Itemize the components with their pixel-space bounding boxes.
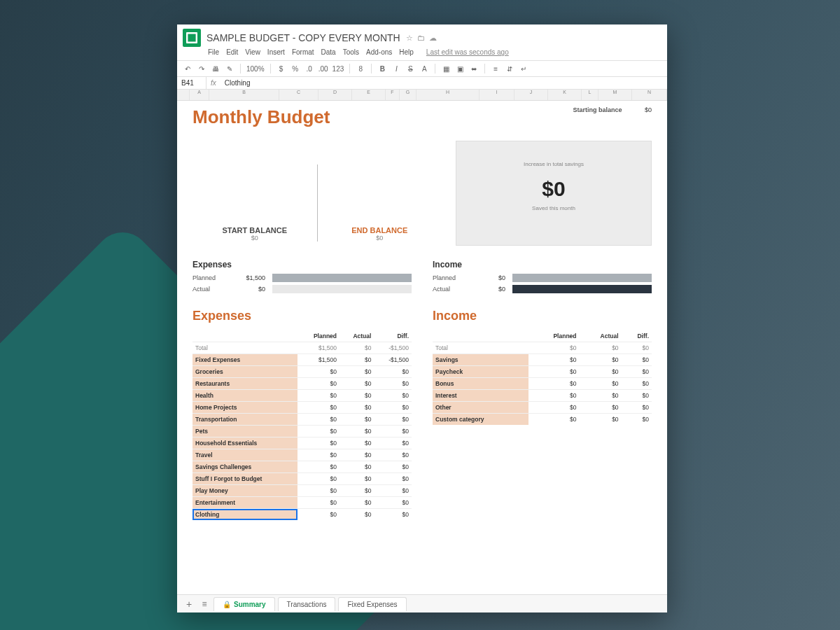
spreadsheet-grid[interactable]: A B C D E F G H I J K L M N Monthly Budg… xyxy=(177,90,667,594)
menu-file[interactable]: File xyxy=(208,48,219,56)
table-row[interactable]: Household Essentials$0$0$0 xyxy=(192,438,412,449)
table-row[interactable]: Savings Challenges$0$0$0 xyxy=(192,461,412,473)
inc-planned-value: $0 xyxy=(473,274,505,281)
paint-format-icon[interactable]: ✎ xyxy=(225,65,234,73)
formula-input[interactable]: Clothing xyxy=(220,77,255,89)
tab-transactions[interactable]: Transactions xyxy=(278,597,336,611)
dec-increase-icon[interactable]: .00 xyxy=(318,65,328,73)
exp-planned-label: Planned xyxy=(192,274,226,281)
last-edit-note[interactable]: Last edit was seconds ago xyxy=(426,48,509,56)
star-icon[interactable]: ☆ xyxy=(406,34,413,43)
inc-actual-bar xyxy=(512,285,652,293)
table-row[interactable]: Play Money$0$0$0 xyxy=(192,485,412,497)
toolbar: ↶ ↷ 🖶 ✎ 100% $ % .0 .00 123 8 B I S A ▦ … xyxy=(177,60,667,77)
table-row[interactable]: Stuff I Forgot to Budget$0$0$0 xyxy=(192,473,412,485)
lock-icon: 🔒 xyxy=(223,601,231,608)
undo-icon[interactable]: ↶ xyxy=(183,65,192,73)
zoom-select[interactable]: 100% xyxy=(246,65,265,73)
balance-summary: START BALANCE $0 END BALANCE $0 xyxy=(192,141,442,246)
menu-insert[interactable]: Insert xyxy=(267,48,285,56)
cloud-icon[interactable]: ☁ xyxy=(429,34,437,43)
inc-planned-label: Planned xyxy=(433,274,466,281)
menu-tools[interactable]: Tools xyxy=(343,48,359,56)
savings-top-label: Increase in total savings xyxy=(463,161,644,167)
formula-bar: B41 fx Clothing xyxy=(177,77,667,90)
expenses-table-heading: Expenses xyxy=(192,309,412,323)
table-row[interactable]: Groceries$0$0$0 xyxy=(192,366,412,378)
menu-view[interactable]: View xyxy=(245,48,260,56)
menu-data[interactable]: Data xyxy=(321,48,336,56)
redo-icon[interactable]: ↷ xyxy=(197,65,206,73)
menu-format[interactable]: Format xyxy=(292,48,314,56)
fx-icon: fx xyxy=(206,77,220,89)
valign-icon[interactable]: ⇵ xyxy=(505,65,514,73)
inc-planned-bar xyxy=(512,274,652,282)
num-format-icon[interactable]: 123 xyxy=(332,65,344,73)
expenses-bars: Expenses Planned $1,500 Actual $0 xyxy=(192,260,412,296)
table-row[interactable]: Bonus$0$0$0 xyxy=(433,378,652,390)
text-color-icon[interactable]: A xyxy=(419,65,429,73)
menu-help[interactable]: Help xyxy=(399,48,414,56)
print-icon[interactable]: 🖶 xyxy=(211,65,220,73)
title-bar: SAMPLE BUDGET - COPY EVERY MONTH ☆ 🗀 ☁ xyxy=(177,24,667,48)
document-title[interactable]: SAMPLE BUDGET - COPY EVERY MONTH xyxy=(206,32,400,43)
table-row[interactable]: Transportation$0$0$0 xyxy=(192,414,412,426)
dec-decrease-icon[interactable]: .0 xyxy=(304,65,314,73)
tab-fixed-expenses[interactable]: Fixed Expenses xyxy=(338,597,406,611)
page-title: Monthly Budget xyxy=(192,106,330,128)
inc-actual-value: $0 xyxy=(473,286,505,293)
expenses-table[interactable]: Planned Actual Diff. Total$1,500$0-$1,50… xyxy=(192,330,412,520)
start-balance-label: START BALANCE xyxy=(198,226,312,234)
strike-icon[interactable]: S xyxy=(405,65,415,73)
move-icon[interactable]: 🗀 xyxy=(417,34,425,43)
inc-actual-label: Actual xyxy=(433,286,466,293)
table-row[interactable]: Clothing$0$0$0 xyxy=(192,509,412,521)
menu-edit[interactable]: Edit xyxy=(226,48,238,56)
tab-summary[interactable]: 🔒Summary xyxy=(214,597,275,611)
end-balance-label: END BALANCE xyxy=(323,226,437,234)
table-row[interactable]: Entertainment$0$0$0 xyxy=(192,497,412,509)
percent-icon[interactable]: % xyxy=(290,65,300,73)
table-row[interactable]: Restaurants$0$0$0 xyxy=(192,378,412,390)
currency-icon[interactable]: $ xyxy=(276,65,286,73)
income-table[interactable]: Planned Actual Diff. Total$0$0$0Savings$… xyxy=(433,330,652,425)
table-row[interactable]: Interest$0$0$0 xyxy=(433,390,652,402)
font-size-select[interactable]: 8 xyxy=(356,65,365,73)
title-action-icons: ☆ 🗀 ☁ xyxy=(406,34,437,43)
table-row[interactable]: Other$0$0$0 xyxy=(433,402,652,414)
savings-amount: $0 xyxy=(463,177,644,201)
column-headers[interactable]: A B C D E F G H I J K L M N xyxy=(177,90,667,101)
income-table-section: Income Planned Actual Diff. Total$0$0$0S… xyxy=(433,309,652,520)
exp-planned-bar xyxy=(272,274,412,282)
income-bars-heading: Income xyxy=(433,260,652,270)
bold-icon[interactable]: B xyxy=(377,65,387,73)
exp-actual-value: $0 xyxy=(233,286,265,293)
merge-icon[interactable]: ⬌ xyxy=(469,65,479,73)
exp-actual-label: Actual xyxy=(192,286,226,293)
table-row[interactable]: Custom category$0$0$0 xyxy=(433,414,652,426)
borders-icon[interactable]: ▣ xyxy=(455,65,465,73)
table-row[interactable]: Travel$0$0$0 xyxy=(192,449,412,461)
all-sheets-icon[interactable]: ≡ xyxy=(198,599,211,609)
exp-actual-bar xyxy=(272,285,412,293)
table-row[interactable]: Health$0$0$0 xyxy=(192,390,412,402)
sheet-content[interactable]: Monthly Budget Starting balance $0 START… xyxy=(177,101,667,594)
table-row[interactable]: Paycheck$0$0$0 xyxy=(433,366,652,378)
table-row[interactable]: Fixed Expenses$1,500$0-$1,500 xyxy=(192,354,412,366)
expenses-bars-heading: Expenses xyxy=(192,260,412,270)
table-row[interactable]: Savings$0$0$0 xyxy=(433,354,652,366)
table-row[interactable]: Pets$0$0$0 xyxy=(192,426,412,438)
income-bars: Income Planned $0 Actual $0 xyxy=(433,260,652,296)
menu-addons[interactable]: Add-ons xyxy=(366,48,392,56)
italic-icon[interactable]: I xyxy=(391,65,401,73)
table-row[interactable]: Home Projects$0$0$0 xyxy=(192,402,412,414)
savings-card: Increase in total savings $0 Saved this … xyxy=(456,141,652,246)
wrap-icon[interactable]: ↵ xyxy=(519,65,528,73)
exp-planned-value: $1,500 xyxy=(233,274,265,281)
halign-icon[interactable]: ≡ xyxy=(491,65,500,73)
start-balance-value: $0 xyxy=(198,234,312,241)
fill-color-icon[interactable]: ▦ xyxy=(441,65,451,73)
name-box[interactable]: B41 xyxy=(177,77,206,89)
savings-bottom-label: Saved this month xyxy=(463,205,644,211)
add-sheet-icon[interactable]: + xyxy=(183,598,195,610)
